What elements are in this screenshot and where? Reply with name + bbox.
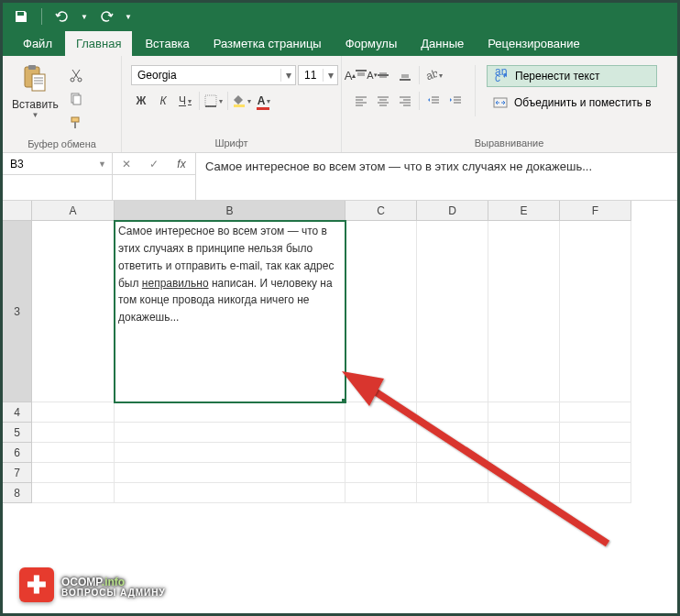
cell[interactable] — [345, 221, 417, 402]
orientation-icon[interactable]: ab▾ — [423, 65, 444, 85]
cell[interactable] — [488, 221, 560, 402]
column-header[interactable]: B — [115, 201, 345, 221]
wrap-text-button[interactable]: abc Перенести текст — [487, 65, 657, 87]
bold-button[interactable]: Ж — [131, 91, 151, 111]
cell[interactable] — [560, 483, 631, 503]
align-bottom-icon[interactable] — [395, 65, 415, 85]
tab-formulas[interactable]: Формулы — [335, 31, 409, 56]
cell[interactable] — [345, 402, 417, 423]
undo-icon[interactable] — [51, 6, 73, 28]
row-header[interactable]: 5 — [3, 423, 32, 443]
enter-formula-icon[interactable]: ✓ — [140, 153, 168, 175]
tab-data[interactable]: Данные — [410, 31, 475, 56]
fx-icon[interactable]: fx — [168, 153, 195, 175]
font-name-input[interactable] — [132, 69, 280, 82]
cell[interactable] — [115, 463, 345, 483]
cell[interactable] — [417, 483, 488, 503]
watermark-badge-icon: ✚ — [19, 567, 54, 602]
cell[interactable] — [345, 443, 417, 463]
qat-customize-icon[interactable]: ▼ — [123, 6, 134, 28]
ribbon-group-alignment: ab▾ abc Перенести текст — [342, 56, 677, 152]
row-header[interactable]: 4 — [3, 402, 32, 423]
cell[interactable] — [560, 402, 631, 423]
tab-home[interactable]: Главная — [65, 31, 132, 56]
cell[interactable] — [417, 443, 488, 463]
save-icon[interactable] — [10, 6, 32, 28]
cell[interactable] — [560, 221, 631, 402]
cell[interactable] — [488, 443, 560, 463]
cell[interactable] — [417, 463, 488, 483]
cell[interactable] — [417, 402, 488, 423]
column-header[interactable]: A — [32, 201, 115, 221]
cell[interactable] — [32, 463, 115, 483]
row-header[interactable]: 8 — [3, 483, 32, 503]
tab-page-layout[interactable]: Разметка страницы — [203, 31, 333, 56]
tab-review[interactable]: Рецензирование — [477, 31, 590, 56]
fill-color-icon[interactable]: ▾ — [232, 91, 252, 111]
cut-icon[interactable] — [66, 65, 86, 85]
font-color-icon[interactable]: A▾ — [254, 91, 274, 111]
cell[interactable] — [488, 423, 560, 443]
name-box-input[interactable] — [3, 158, 93, 170]
cell[interactable] — [345, 423, 417, 443]
cell[interactable] — [417, 221, 488, 402]
merge-center-button[interactable]: Объединить и поместить в — [487, 93, 657, 113]
cell[interactable] — [32, 221, 115, 402]
cell[interactable] — [115, 443, 345, 463]
select-all-corner[interactable] — [3, 201, 32, 221]
row-header[interactable]: 3 — [3, 221, 32, 402]
tab-file[interactable]: Файл — [12, 31, 63, 56]
column-header[interactable]: E — [488, 201, 560, 221]
ribbon-group-clipboard: Вставить ▼ Буфер обмена — [3, 56, 122, 152]
increase-indent-icon[interactable] — [445, 91, 466, 111]
cell[interactable] — [115, 483, 345, 503]
cell[interactable] — [345, 463, 417, 483]
cell[interactable] — [488, 463, 560, 483]
borders-icon[interactable]: ▾ — [203, 91, 224, 111]
cell[interactable] — [488, 402, 560, 423]
row-header[interactable]: 6 — [3, 443, 32, 463]
format-painter-icon[interactable] — [66, 113, 86, 133]
chevron-down-icon[interactable]: ▼ — [93, 160, 112, 169]
cell[interactable] — [32, 402, 115, 423]
chevron-down-icon[interactable]: ▾ — [280, 69, 295, 82]
align-right-icon[interactable] — [395, 91, 415, 111]
cell[interactable] — [32, 483, 115, 503]
cell[interactable] — [560, 463, 631, 483]
font-size-combo[interactable]: ▾ — [298, 65, 338, 85]
formula-bar[interactable]: Самое интересное во всем этом — что в эт… — [196, 153, 677, 200]
align-top-icon[interactable] — [351, 65, 371, 85]
italic-button[interactable]: К — [153, 91, 173, 111]
fill-handle[interactable] — [342, 399, 345, 402]
cell[interactable] — [32, 443, 115, 463]
cancel-formula-icon[interactable]: ✕ — [113, 153, 140, 175]
name-box[interactable]: ▼ — [3, 153, 113, 200]
cell[interactable] — [32, 423, 115, 443]
cell[interactable] — [488, 483, 560, 503]
spreadsheet-grid[interactable]: 345678 ABCDEF Самое интересное во всем э… — [3, 201, 677, 549]
align-left-icon[interactable] — [351, 91, 371, 111]
cell[interactable] — [345, 483, 417, 503]
align-center-icon[interactable] — [373, 91, 393, 111]
align-middle-icon[interactable] — [373, 65, 393, 85]
cell[interactable] — [115, 402, 345, 423]
cell[interactable]: Самое интересное во всем этом — что в эт… — [115, 221, 345, 402]
underline-button[interactable]: Ч▾ — [175, 91, 195, 111]
cell[interactable] — [560, 423, 631, 443]
chevron-down-icon[interactable]: ▾ — [323, 69, 337, 82]
column-header[interactable]: D — [417, 201, 488, 221]
cell[interactable] — [417, 423, 488, 443]
redo-icon[interactable] — [95, 6, 117, 28]
paste-button[interactable]: Вставить ▼ — [8, 60, 62, 121]
row-header[interactable]: 7 — [3, 463, 32, 483]
font-size-input[interactable] — [299, 69, 323, 82]
column-header[interactable]: F — [560, 201, 631, 221]
column-header[interactable]: C — [345, 201, 417, 221]
copy-icon[interactable] — [66, 89, 86, 109]
cell[interactable] — [115, 423, 345, 443]
font-name-combo[interactable]: ▾ — [131, 65, 296, 85]
cell[interactable] — [560, 443, 631, 463]
tab-insert[interactable]: Вставка — [134, 31, 200, 56]
undo-dropdown-icon[interactable]: ▼ — [79, 6, 90, 28]
decrease-indent-icon[interactable] — [423, 91, 444, 111]
